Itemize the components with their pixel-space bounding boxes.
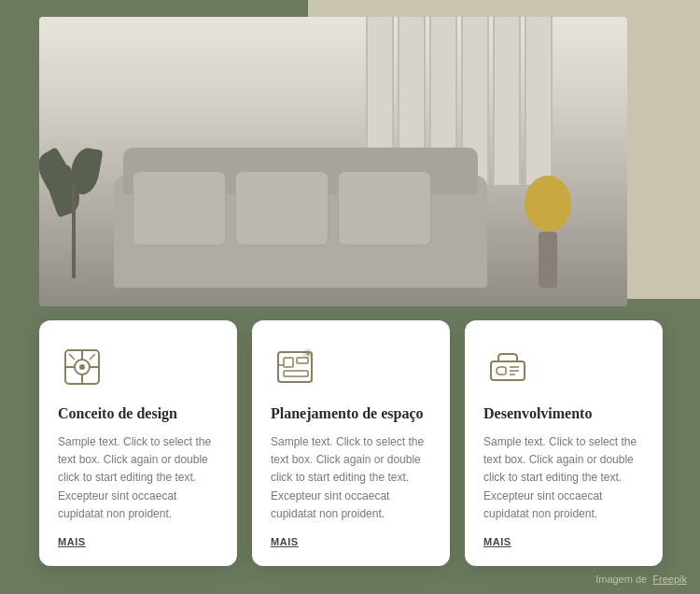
sofa-cushion [133,171,226,246]
interior-scene [39,17,627,306]
card-planejamento-text: Sample text. Click to select the text bo… [271,433,431,523]
card-desenvolvimento-link[interactable]: MAIS [483,536,644,547]
page-wrapper: Conceito de design Sample text. Click to… [0,0,700,594]
card-planejamento: Planejamento de espaço Sample text. Clic… [252,320,450,566]
svg-rect-10 [284,371,308,376]
sofa-cushion [338,171,431,246]
card-conceito: Conceito de design Sample text. Click to… [39,320,237,566]
sofa [114,176,487,288]
design-concept-icon [58,343,106,391]
card-desenvolvimento-text: Sample text. Click to select the text bo… [483,433,644,523]
svg-rect-8 [284,358,293,367]
plant-decoration [49,148,105,278]
hero-image [39,17,627,306]
wall-panel [525,17,553,185]
development-icon [483,343,532,391]
card-planejamento-title: Planejamento de espaço [271,404,431,424]
image-credit-link[interactable]: Freepik [652,573,687,585]
plant-stem [72,185,76,278]
card-desenvolvimento-title: Desenvolvimento [483,404,644,424]
card-desenvolvimento: Desenvolvimento Sample text. Click to se… [465,320,663,566]
lamp-decoration [525,176,571,288]
cards-container: Conceito de design Sample text. Click to… [39,320,663,566]
wall-panel [493,17,521,185]
image-credit-prefix: Imagem de [595,573,647,585]
lamp-head [525,176,571,232]
svg-point-6 [79,364,85,370]
card-conceito-link[interactable]: MAIS [58,536,218,547]
image-credit: Imagem de Freepik [595,573,687,585]
sofa-cushion [235,171,329,246]
plant-leaves [53,148,100,222]
card-conceito-text: Sample text. Click to select the text bo… [58,433,218,523]
lamp-base [539,232,557,288]
card-conceito-title: Conceito de design [58,404,218,424]
card-planejamento-link[interactable]: MAIS [271,536,431,547]
space-planning-icon [271,343,319,391]
